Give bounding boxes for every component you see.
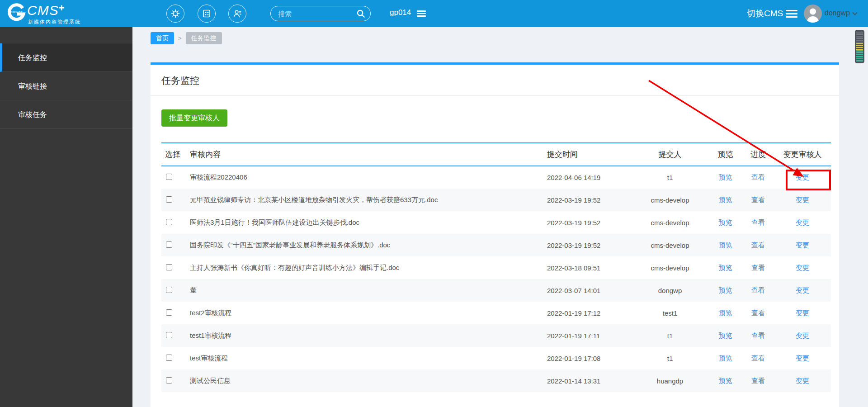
row-submit-time: 2022-04-06 14:19 — [543, 166, 632, 189]
table-row: 主持人张涛新书《你真好听：有趣的好声音训练小方法》编辑手记.doc2022-03… — [161, 256, 831, 279]
preview-link[interactable]: 预览 — [719, 309, 732, 317]
row-submitter: dongwp — [632, 279, 708, 302]
view-link[interactable]: 查看 — [751, 264, 765, 271]
preview-link[interactable]: 预览 — [719, 196, 732, 204]
table-row: 董2022-03-07 14:01dongwp预览查看变更 — [161, 279, 831, 302]
preview-link[interactable]: 预览 — [719, 218, 732, 226]
breadcrumb-home[interactable]: 首页 — [151, 32, 174, 44]
table-row: 国务院印发《“十四五”国家老龄事业发展和养老服务体系规划》.doc2022-03… — [161, 234, 831, 256]
username-label[interactable]: dongwp — [825, 9, 850, 17]
page-title: 任务监控 — [151, 65, 839, 96]
row-change-cell: 变更 — [774, 211, 831, 234]
view-link[interactable]: 查看 — [751, 309, 765, 317]
row-submit-time: 2022-03-19 19:52 — [543, 189, 632, 211]
view-link[interactable]: 查看 — [751, 354, 765, 362]
settings-icon[interactable] — [166, 5, 184, 23]
row-view-cell: 查看 — [742, 234, 774, 256]
row-select-cell — [161, 256, 186, 279]
row-content: 董 — [186, 279, 543, 302]
change-link[interactable]: 变更 — [796, 309, 809, 317]
view-link[interactable]: 查看 — [751, 286, 765, 294]
cms-menu-icon[interactable] — [786, 10, 797, 18]
row-preview-cell: 预览 — [708, 369, 742, 392]
logo-power-text: power — [10, 10, 23, 14]
preview-link[interactable]: 预览 — [719, 173, 732, 181]
page: power CMS+ 新媒体内容管理系统 — [0, 0, 868, 407]
change-link[interactable]: 变更 — [796, 218, 809, 226]
change-link[interactable]: 变更 — [796, 173, 809, 181]
view-link[interactable]: 查看 — [751, 218, 765, 226]
change-link[interactable]: 变更 — [796, 354, 809, 362]
avatar[interactable] — [804, 5, 822, 23]
row-checkbox[interactable] — [166, 355, 172, 361]
view-link[interactable]: 查看 — [751, 331, 765, 339]
row-preview-cell: 预览 — [708, 211, 742, 234]
preview-link[interactable]: 预览 — [719, 286, 732, 294]
change-link[interactable]: 变更 — [796, 286, 809, 294]
sidebar-item-audit-links[interactable]: 审核链接 — [0, 72, 132, 100]
user-admin-icon[interactable] — [228, 5, 246, 23]
view-link[interactable]: 查看 — [751, 173, 765, 181]
change-link[interactable]: 变更 — [796, 196, 809, 204]
row-change-cell: 变更 — [774, 166, 831, 189]
row-change-cell: 变更 — [774, 189, 831, 211]
preview-link[interactable]: 预览 — [719, 264, 732, 271]
row-view-cell: 查看 — [742, 324, 774, 347]
search-icon[interactable] — [356, 9, 366, 19]
row-checkbox[interactable] — [166, 287, 172, 293]
table-row: test审核流程2022-01-19 17:08t1预览查看变更 — [161, 347, 831, 369]
row-preview-cell: 预览 — [708, 324, 742, 347]
switch-cms-button[interactable]: 切换CMS — [747, 8, 783, 19]
view-link[interactable]: 查看 — [751, 377, 765, 384]
scroll-minimap-widget[interactable] — [855, 30, 864, 63]
task-monitor-panel: 任务监控 批量变更审核人 选择 审核内容 提交时间 提交人 预览 — [151, 62, 839, 407]
breadcrumb-current[interactable]: 任务监控 — [186, 32, 222, 44]
change-link[interactable]: 变更 — [796, 241, 809, 249]
sidebar-spacer — [0, 27, 132, 43]
preview-link[interactable]: 预览 — [719, 241, 732, 249]
search-input[interactable] — [278, 10, 356, 18]
row-checkbox[interactable] — [166, 219, 172, 225]
row-change-cell: 变更 — [774, 234, 831, 256]
avatar-person-icon — [804, 5, 822, 23]
row-checkbox[interactable] — [166, 241, 172, 248]
table-row: test1审核流程2022-01-19 17:11t1预览查看变更 — [161, 324, 831, 347]
row-checkbox[interactable] — [166, 174, 172, 180]
row-checkbox[interactable] — [166, 309, 172, 316]
preview-link[interactable]: 预览 — [719, 377, 732, 384]
top-header-bar: power CMS+ 新媒体内容管理系统 — [0, 0, 868, 27]
change-link[interactable]: 变更 — [796, 264, 809, 271]
chevron-down-icon[interactable] — [852, 11, 858, 16]
row-view-cell: 查看 — [742, 347, 774, 369]
row-change-cell: 变更 — [774, 347, 831, 369]
change-link[interactable]: 变更 — [796, 377, 809, 384]
row-select-cell — [161, 189, 186, 211]
row-submitter: t1 — [632, 166, 708, 189]
row-change-cell: 变更 — [774, 279, 831, 302]
row-checkbox[interactable] — [166, 332, 172, 338]
batch-change-reviewer-button[interactable]: 批量变更审核人 — [161, 109, 227, 127]
breadcrumb: 首页 > 任务监控 — [151, 32, 222, 44]
change-link[interactable]: 变更 — [796, 331, 809, 339]
workspace-menu-icon[interactable] — [417, 10, 426, 17]
col-progress: 进度 — [742, 143, 774, 166]
row-select-cell — [161, 369, 186, 392]
sidebar: 任务监控 审核链接 审核任务 — [0, 27, 132, 407]
view-link[interactable]: 查看 — [751, 241, 765, 249]
preview-link[interactable]: 预览 — [719, 331, 732, 339]
sidebar-item-label: 审核链接 — [18, 82, 47, 90]
row-submitter: t1 — [632, 324, 708, 347]
row-submitter: cms-develop — [632, 189, 708, 211]
row-checkbox[interactable] — [166, 377, 172, 383]
sidebar-item-task-monitor[interactable]: 任务监控 — [0, 43, 132, 72]
view-link[interactable]: 查看 — [751, 196, 765, 204]
row-select-cell — [161, 302, 186, 324]
sidebar-item-audit-tasks[interactable]: 审核任务 — [0, 100, 132, 129]
preview-link[interactable]: 预览 — [719, 354, 732, 362]
row-submit-time: 2022-01-14 13:31 — [543, 369, 632, 392]
row-checkbox[interactable] — [166, 196, 172, 203]
row-view-cell: 查看 — [742, 302, 774, 324]
row-checkbox[interactable] — [166, 264, 172, 270]
row-change-cell: 变更 — [774, 256, 831, 279]
modules-icon[interactable] — [198, 5, 216, 23]
